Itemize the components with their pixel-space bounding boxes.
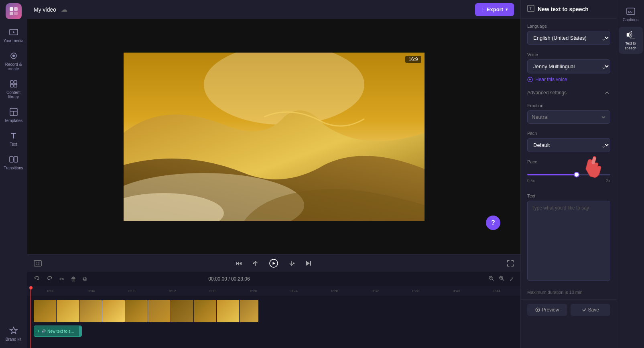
copy-button[interactable]: ⧉ — [81, 274, 88, 284]
svg-rect-25 — [310, 261, 311, 266]
ruler-40: 0:40 — [436, 289, 477, 293]
advanced-settings-section: Advanced settings — [527, 90, 610, 96]
tts-track-icon: 🔊 — [41, 329, 46, 333]
export-button[interactable]: ↑ Export ▾ — [475, 3, 514, 16]
sidebar-item-text[interactable]: T Text — [2, 128, 26, 150]
skip-to-start-button[interactable]: ⏮ — [234, 258, 244, 269]
ruler-8: 0:08 — [112, 289, 152, 293]
advanced-settings-chevron-icon — [604, 90, 610, 96]
sidebar-item-label: Text — [10, 142, 17, 147]
emotion-select[interactable]: Neutral — [527, 110, 610, 124]
zoom-in-button[interactable] — [497, 274, 506, 284]
tts-panel-item[interactable]: speech Text to speech — [619, 27, 643, 54]
ruler-marks: 0:00 0:04 0:08 0:12 0:16 0:20 0:24 0:28 … — [30, 289, 517, 293]
left-sidebar: Your media Record & create Content libra… — [0, 0, 27, 348]
pace-slider[interactable] — [527, 174, 610, 175]
fit-timeline-button[interactable]: ⤢ — [508, 274, 516, 284]
video-track[interactable] — [34, 300, 258, 322]
svg-text:CC: CC — [628, 10, 633, 14]
sidebar-item-templates[interactable]: Templates — [2, 104, 26, 126]
pace-slider-container: 0.5x 2x — [527, 167, 610, 186]
tts-track[interactable]: ⏸ 🔊 New text to s... — [34, 326, 82, 337]
voice-select-wrapper: Jenny Multilingual Guy Aria — [527, 59, 610, 73]
sidebar-item-record[interactable]: Record & create — [2, 48, 26, 74]
track-thumbnail-1 — [34, 300, 56, 322]
fullscreen-button[interactable] — [505, 258, 516, 269]
redo-button[interactable] — [45, 273, 55, 284]
track-thumbnail-2 — [57, 300, 79, 322]
your-media-icon — [9, 27, 18, 37]
record-icon — [9, 51, 18, 61]
track-thumbnail-10 — [240, 300, 258, 322]
cloud-save-icon: ☁ — [61, 6, 67, 13]
zoom-out-button[interactable] — [487, 274, 496, 284]
sidebar-item-brand-kit[interactable]: Brand kit — [2, 323, 26, 345]
emotion-label: Emotion — [527, 103, 610, 108]
zoom-controls: ⤢ — [487, 274, 516, 284]
svg-rect-0 — [10, 7, 13, 11]
panel-header: T New text to speech — [521, 0, 617, 19]
svg-rect-7 — [10, 81, 13, 83]
aspect-ratio-badge: 16:9 — [405, 56, 421, 63]
brand-kit-icon — [9, 326, 18, 336]
advanced-settings-toggle[interactable]: Advanced settings — [527, 90, 610, 96]
timeline-toolbar: ✂ 🗑 ⧉ 00:00.00 / 00:23.06 — [27, 272, 520, 286]
skip-to-end-button[interactable] — [303, 258, 314, 269]
undo-button[interactable] — [32, 273, 42, 284]
sidebar-item-label: Record & create — [3, 62, 24, 71]
export-chevron-icon: ▾ — [506, 7, 508, 12]
forward-button[interactable] — [286, 258, 297, 269]
timeline-area: ✂ 🗑 ⧉ 00:00.00 / 00:23.06 — [27, 272, 520, 348]
language-section: Language English (United States) Spanish… — [527, 24, 610, 45]
ruler-32: 0:32 — [355, 289, 396, 293]
tts-panel-label: Text to speech — [620, 41, 641, 51]
cut-button[interactable]: ✂ — [58, 274, 66, 284]
emotion-chevron-icon — [601, 115, 606, 120]
sidebar-item-label: Brand kit — [6, 337, 21, 342]
captions-toggle-button[interactable]: CC — [32, 258, 43, 268]
svg-rect-10 — [14, 84, 17, 87]
captions-panel-label: Captions — [623, 18, 638, 22]
sidebar-item-transitions[interactable]: Transitions — [2, 151, 26, 173]
timeline-tracks: ⏸ 🔊 New text to s... — [27, 296, 520, 348]
play-button[interactable] — [267, 257, 280, 270]
pitch-section: Pitch Default High Low — [527, 131, 610, 152]
svg-rect-14 — [10, 157, 13, 162]
sidebar-item-content-library[interactable]: Content library — [2, 76, 26, 102]
emotion-section: Emotion Neutral — [527, 103, 610, 124]
ruler-28: 0:28 — [315, 289, 355, 293]
language-select[interactable]: English (United States) Spanish French — [527, 31, 610, 45]
ruler-24: 0:24 — [274, 289, 314, 293]
pitch-select[interactable]: Default High Low — [527, 138, 610, 152]
panel-title-icon: T — [527, 5, 534, 14]
ruler-4: 0:04 — [71, 289, 112, 293]
preview-button[interactable]: Preview — [527, 304, 567, 316]
svg-line-30 — [502, 279, 504, 281]
video-track-row — [27, 299, 520, 323]
rewind-button[interactable] — [250, 258, 261, 269]
time-display: 00:00.00 / 00:23.06 — [208, 276, 250, 282]
sidebar-item-your-media[interactable]: Your media — [2, 24, 26, 46]
max-duration-text: Maximum duration is 10 min — [527, 290, 610, 295]
top-bar: My video ☁ ↑ Export ▾ — [27, 0, 520, 19]
emotion-value: Neutral — [532, 114, 549, 120]
save-button[interactable]: Save — [571, 304, 611, 316]
hear-voice-button[interactable]: Hear this voice — [527, 77, 567, 82]
svg-rect-9 — [10, 84, 13, 87]
text-section: Text — [527, 193, 610, 283]
help-button[interactable]: ? — [486, 216, 500, 230]
captions-panel-item[interactable]: CC Captions — [619, 3, 643, 25]
sidebar-item-label: Content library — [3, 90, 24, 99]
tts-track-right-handle[interactable] — [79, 326, 81, 336]
timeline-ruler: 0:00 0:04 0:08 0:12 0:16 0:20 0:24 0:28 … — [27, 286, 520, 296]
sidebar-item-label: Transitions — [4, 166, 23, 170]
voice-select[interactable]: Jenny Multilingual Guy Aria — [527, 59, 610, 73]
templates-icon — [9, 107, 18, 117]
transitions-icon — [9, 155, 18, 164]
track-thumbnail-8 — [194, 300, 216, 322]
right-panel: T New text to speech Language English (U… — [520, 0, 617, 348]
app-logo[interactable] — [6, 3, 22, 19]
track-thumbnail-3 — [79, 300, 102, 322]
text-input[interactable] — [527, 201, 610, 281]
delete-button[interactable]: 🗑 — [69, 274, 78, 284]
